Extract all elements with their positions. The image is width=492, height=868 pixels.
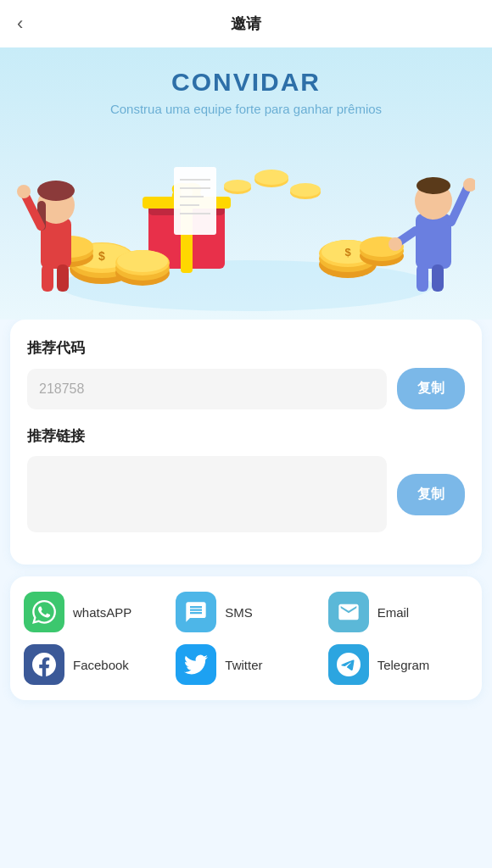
copy-link-button[interactable]: 复制 — [397, 474, 465, 515]
twitter-icon — [176, 644, 216, 685]
sms-label: SMS — [225, 605, 253, 620]
telegram-label: Telegram — [377, 658, 430, 672]
svg-point-54 — [389, 237, 402, 251]
share-grid: whatsAPPSMSEmailFacebookTwitterTelegram — [24, 592, 468, 685]
facebook-label: Facebook — [73, 658, 129, 672]
code-input[interactable] — [27, 369, 387, 409]
sms-icon — [176, 592, 216, 632]
email-label: Email — [377, 605, 410, 620]
link-label: 推荐链接 — [27, 426, 465, 446]
share-item-facebook[interactable]: Facebook — [24, 644, 164, 685]
hero-illustration: $ $ — [17, 125, 475, 311]
svg-point-45 — [17, 185, 31, 198]
link-row: 复制 — [27, 456, 465, 532]
svg-text:$: $ — [98, 249, 105, 263]
share-item-whatsapp[interactable]: whatsAPP — [24, 592, 164, 632]
whatsapp-icon — [24, 592, 64, 632]
facebook-icon — [24, 644, 64, 685]
svg-point-50 — [417, 177, 450, 194]
svg-rect-47 — [57, 264, 69, 292]
svg-line-51 — [451, 186, 468, 222]
svg-rect-55 — [417, 264, 428, 292]
svg-rect-46 — [42, 264, 53, 292]
svg-rect-8 — [174, 167, 216, 235]
code-label: 推荐代码 — [27, 338, 465, 358]
svg-point-42 — [37, 181, 75, 201]
share-item-telegram[interactable]: Telegram — [328, 644, 468, 685]
svg-rect-56 — [432, 264, 444, 292]
hero-subtitle: Construa uma equipe forte para ganhar pr… — [110, 102, 382, 116]
share-item-twitter[interactable]: Twitter — [176, 644, 316, 685]
share-item-email[interactable]: Email — [328, 592, 468, 632]
svg-point-39 — [224, 180, 251, 192]
page-title: 邀请 — [231, 14, 261, 34]
twitter-label: Twitter — [225, 658, 262, 672]
hero-title: CONVIDAR — [171, 68, 321, 97]
hero-section: CONVIDAR Construa uma equipe forte para … — [0, 47, 492, 320]
svg-point-35 — [254, 170, 288, 185]
copy-code-button[interactable]: 复制 — [397, 368, 465, 409]
share-item-sms[interactable]: SMS — [176, 592, 316, 632]
telegram-icon — [328, 644, 369, 685]
whatsapp-label: whatsAPP — [73, 605, 131, 620]
svg-point-37 — [290, 183, 321, 197]
svg-rect-48 — [416, 214, 451, 269]
link-input[interactable] — [27, 456, 387, 532]
code-row: 复制 — [27, 368, 465, 409]
email-icon — [328, 592, 369, 632]
share-card: whatsAPPSMSEmailFacebookTwitterTelegram — [10, 576, 482, 700]
referral-card: 推荐代码 复制 推荐链接 复制 — [10, 320, 482, 565]
header: ‹ 邀请 — [0, 0, 492, 47]
back-button[interactable]: ‹ — [17, 13, 23, 35]
svg-point-22 — [117, 250, 168, 272]
svg-text:$: $ — [344, 246, 351, 259]
